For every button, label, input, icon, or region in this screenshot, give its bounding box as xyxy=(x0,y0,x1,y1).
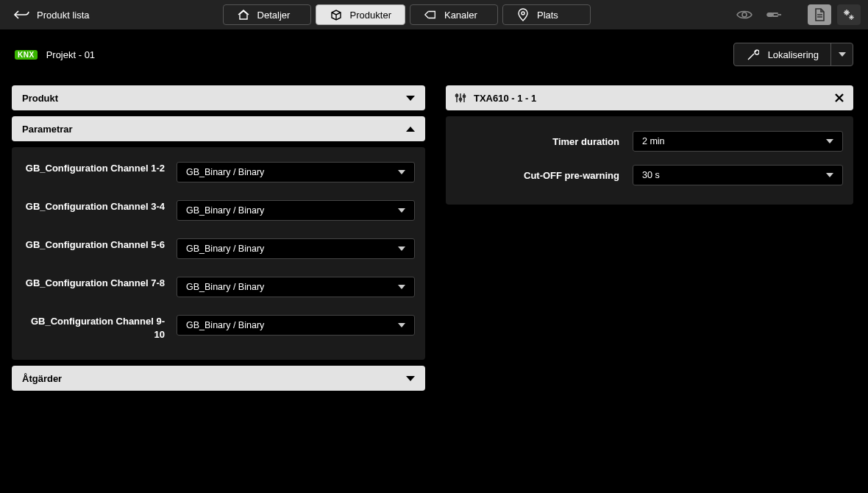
param-label: GB_Configuration Channel 7-8 xyxy=(22,277,177,290)
sliders-icon xyxy=(455,92,466,104)
product-header-label: Produkt xyxy=(22,93,58,104)
param-row: GB_Configuration Channel 9-10 GB_Binary … xyxy=(22,315,415,341)
chevron-down-icon xyxy=(406,376,415,381)
brand-badge: KNX xyxy=(15,50,38,60)
right-panel-header: TXA610 - 1 - 1 xyxy=(446,85,853,110)
param-dropdown[interactable]: GB_Binary / Binary xyxy=(177,315,415,336)
eye-icon xyxy=(736,10,753,20)
locate-label: Lokalisering xyxy=(768,49,819,60)
param-row: GB_Configuration Channel 7-8 GB_Binary /… xyxy=(22,277,415,297)
param-row: GB_Configuration Channel 1-2 GB_Binary /… xyxy=(22,162,415,182)
param-value: GB_Binary / Binary xyxy=(186,282,264,292)
home-icon xyxy=(237,9,250,21)
param-dropdown[interactable]: GB_Binary / Binary xyxy=(177,162,415,182)
tab-products[interactable]: Produkter xyxy=(316,4,405,25)
param-row: GB_Configuration Channel 5-6 GB_Binary /… xyxy=(22,238,415,259)
close-icon xyxy=(834,93,844,103)
chevron-down-icon xyxy=(826,173,833,177)
connection-button[interactable] xyxy=(762,4,786,25)
locate-main: Lokalisering xyxy=(734,48,830,61)
chevron-down-icon xyxy=(398,285,405,289)
product-accordion-header[interactable]: Produkt xyxy=(12,85,425,110)
param-value: GB_Binary / Binary xyxy=(186,244,264,254)
tab-details[interactable]: Detaljer xyxy=(223,4,311,25)
param-label: GB_Configuration Channel 3-4 xyxy=(22,200,177,213)
chevron-down-icon xyxy=(398,208,405,213)
param-dropdown[interactable]: GB_Binary / Binary xyxy=(177,200,415,221)
back-arrow-icon xyxy=(13,10,29,20)
param-dropdown[interactable]: GB_Binary / Binary xyxy=(177,277,415,297)
gears-icon xyxy=(842,8,855,21)
setting-label: Timer duration xyxy=(456,136,633,147)
locate-dropdown[interactable]: Lokalisering xyxy=(733,43,853,66)
main-content: Produkt Parametrar GB_Configuration Chan… xyxy=(0,72,868,397)
visibility-button[interactable] xyxy=(733,4,756,25)
close-button[interactable] xyxy=(834,93,844,103)
chevron-down-icon xyxy=(406,96,415,101)
page-button[interactable] xyxy=(808,4,831,25)
setting-row: Cut-OFF pre-warning 30 s xyxy=(456,165,843,185)
param-value: GB_Binary / Binary xyxy=(186,167,264,177)
toolbar-right xyxy=(733,4,861,25)
wrench-icon xyxy=(746,48,759,61)
tab-location[interactable]: Plats xyxy=(502,4,591,25)
chevron-down-icon xyxy=(398,323,405,327)
param-label: GB_Configuration Channel 1-2 xyxy=(22,162,177,175)
right-panel-title: TXA610 - 1 - 1 xyxy=(474,93,536,104)
sub-bar: KNX Projekt - 01 Lokalisering xyxy=(0,29,868,72)
tab-channels[interactable]: Kanaler xyxy=(410,4,498,25)
tab-products-label: Produkter xyxy=(350,10,391,21)
nav-tabs: Detaljer Produkter Kanaler xyxy=(223,4,591,25)
tab-location-label: Plats xyxy=(537,10,558,21)
channels-icon xyxy=(424,9,437,21)
chevron-down-icon xyxy=(398,246,405,251)
param-label: GB_Configuration Channel 9-10 xyxy=(22,315,177,341)
back-button[interactable]: Produkt lista xyxy=(7,7,96,24)
svg-rect-2 xyxy=(767,13,773,16)
pin-icon xyxy=(516,8,530,21)
plug-icon xyxy=(766,11,782,18)
chevron-up-icon xyxy=(406,127,415,132)
svg-point-7 xyxy=(463,95,465,97)
params-accordion-header[interactable]: Parametrar xyxy=(12,116,425,141)
locate-chevron[interactable] xyxy=(830,43,853,65)
actions-accordion-header[interactable]: Åtgärder xyxy=(12,366,425,391)
top-bar: Produkt lista Detaljer Produkter xyxy=(0,0,868,29)
project-title: Projekt - 01 xyxy=(46,49,95,60)
svg-point-6 xyxy=(459,98,461,100)
param-value: GB_Binary / Binary xyxy=(186,205,264,216)
chevron-down-icon xyxy=(398,170,405,174)
setting-dropdown[interactable]: 30 s xyxy=(633,165,843,185)
right-panel-body: Timer duration 2 min Cut-OFF pre-warning… xyxy=(446,116,853,205)
document-icon xyxy=(814,8,825,21)
setting-value: 2 min xyxy=(642,136,665,146)
tab-channels-label: Kanaler xyxy=(444,10,477,21)
svg-point-5 xyxy=(455,94,458,96)
settings-button[interactable] xyxy=(837,4,861,25)
right-column: TXA610 - 1 - 1 Timer duration 2 min Cut-… xyxy=(446,85,853,205)
chevron-down-icon xyxy=(826,139,833,143)
params-panel: GB_Configuration Channel 1-2 GB_Binary /… xyxy=(12,147,425,360)
setting-dropdown[interactable]: 2 min xyxy=(633,131,843,152)
param-value: GB_Binary / Binary xyxy=(186,320,264,330)
svg-point-1 xyxy=(742,13,747,17)
left-column: Produkt Parametrar GB_Configuration Chan… xyxy=(12,85,425,397)
param-label: GB_Configuration Channel 5-6 xyxy=(22,238,177,252)
chevron-down-icon xyxy=(839,52,846,57)
setting-value: 30 s xyxy=(642,170,660,180)
setting-label: Cut-OFF pre-warning xyxy=(456,170,633,181)
setting-row: Timer duration 2 min xyxy=(456,131,843,152)
actions-header-label: Åtgärder xyxy=(22,373,62,384)
svg-point-0 xyxy=(522,12,524,15)
params-header-label: Parametrar xyxy=(22,124,73,135)
cube-icon xyxy=(330,8,343,21)
tab-details-label: Detaljer xyxy=(257,10,291,21)
param-dropdown[interactable]: GB_Binary / Binary xyxy=(177,238,415,259)
back-label: Produkt lista xyxy=(37,10,90,21)
param-row: GB_Configuration Channel 3-4 GB_Binary /… xyxy=(22,200,415,221)
